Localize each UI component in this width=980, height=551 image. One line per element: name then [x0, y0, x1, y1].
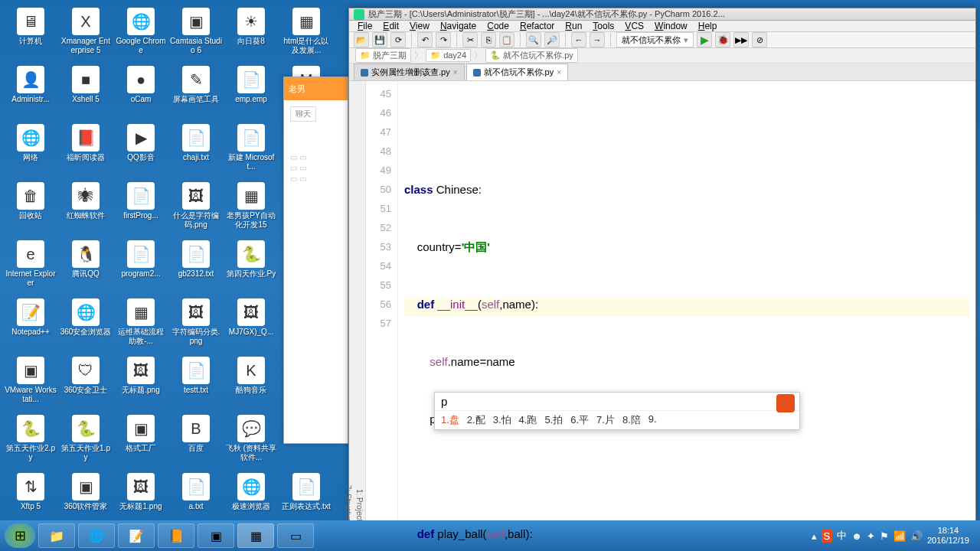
desktop-icon[interactable]: XXmanager Enterprise 5: [58, 6, 113, 64]
icon-label: gb2312.txt: [178, 269, 214, 279]
redo-icon[interactable]: ↷: [436, 32, 451, 47]
breadcrumb-item[interactable]: 📁 脱产三期: [355, 48, 411, 63]
ime-candidate[interactable]: 7.片: [596, 413, 615, 427]
ime-candidate[interactable]: 4.跑: [519, 413, 537, 427]
run-with-icon[interactable]: ▶▶: [733, 32, 749, 47]
desktop-icon[interactable]: 📄gb2312.txt: [168, 239, 224, 297]
desktop-icon[interactable]: ✎屏幕画笔工具: [168, 64, 224, 122]
menu-view[interactable]: View: [404, 21, 435, 31]
desktop-icon[interactable]: 🖼字符编码分类.png: [168, 297, 224, 355]
desktop-icon[interactable]: 🐍第五天作业2.py: [3, 413, 58, 471]
run-icon[interactable]: ▶: [697, 32, 712, 47]
copy-icon[interactable]: ⎘: [481, 32, 496, 47]
close-tab-icon[interactable]: ×: [557, 68, 561, 77]
desktop-icon[interactable]: 🖼无标题.png: [113, 355, 168, 413]
task-editor[interactable]: 📝: [118, 523, 155, 548]
editor-tab[interactable]: 就不信玩不累你.py×: [466, 64, 569, 80]
ime-candidate[interactable]: 8.陪: [622, 413, 641, 427]
structure-tool-tab[interactable]: 7: Structure: [342, 84, 354, 551]
ime-candidate[interactable]: 1.盘: [441, 413, 459, 427]
desktop-icon[interactable]: 🖼MJ7GX)_Q...: [224, 297, 279, 355]
desktop-icon[interactable]: K酷狗音乐: [224, 355, 279, 413]
desktop-icon[interactable]: ▦运维基础流程助教-...: [113, 297, 168, 355]
desktop-icon[interactable]: 📄firstProg...: [113, 181, 168, 239]
desktop-icon[interactable]: B百度: [168, 413, 224, 471]
desktop-icon[interactable]: 📄program2...: [113, 239, 168, 297]
desktop-icon[interactable]: 🐧腾讯QQ: [58, 239, 113, 297]
close-tab-icon[interactable]: ×: [453, 68, 458, 77]
ime-popup[interactable]: p 1.盘2.配3.怕4.跑5.拍6.平7.片8.陪9.: [434, 392, 800, 430]
desktop-icon[interactable]: ■Xshell 5: [58, 64, 113, 122]
desktop-icon[interactable]: 📕福昕阅读器: [58, 122, 113, 181]
desktop-icon[interactable]: 🖼什么是字符编码.png: [168, 181, 224, 239]
menu-vcs[interactable]: VCS: [619, 21, 649, 31]
desktop-icon[interactable]: ▣VMware Workstati...: [3, 355, 58, 413]
project-tool-tab[interactable]: 1: Project: [354, 84, 365, 551]
ime-candidate[interactable]: 3.怕: [493, 413, 511, 427]
forward-icon[interactable]: →: [590, 32, 605, 47]
task-pycharm[interactable]: ▦: [237, 523, 274, 548]
task-chrome[interactable]: 🌐: [78, 523, 115, 548]
desktop-icon[interactable]: ▣Camtasia Studio 6: [168, 6, 224, 64]
desktop-icon[interactable]: 👤Administr...: [3, 64, 58, 122]
run-config-select[interactable]: 就不信玩不累你 ▾: [616, 32, 694, 47]
desktop-icon[interactable]: ▶QQ影音: [113, 122, 168, 181]
menu-run[interactable]: Run: [560, 21, 587, 31]
ime-candidate[interactable]: 2.配: [467, 413, 485, 427]
find-icon[interactable]: 🔍: [526, 32, 541, 47]
debug-icon[interactable]: 🐞: [715, 32, 730, 47]
desktop-icon[interactable]: 🌐360安全浏览器: [58, 297, 113, 355]
menu-code[interactable]: Code: [482, 21, 514, 31]
desktop-icon[interactable]: 🖥计算机: [3, 6, 58, 64]
desktop-icon[interactable]: 💬飞秋 (资料共享软件...: [224, 413, 279, 471]
desktop-icon[interactable]: eInternet Explorer: [3, 239, 58, 297]
desktop-icon[interactable]: 🐍第四天作业.Py: [224, 239, 279, 297]
breadcrumb-item[interactable]: 🐍 就不信玩不累你.py: [485, 48, 578, 63]
desktop-icon[interactable]: 📄testt.txt: [168, 355, 224, 413]
menu-file[interactable]: File: [352, 21, 377, 31]
desktop-icon[interactable]: 🌐网络: [3, 122, 58, 181]
start-button[interactable]: ⊞: [5, 523, 35, 548]
ime-candidate[interactable]: 6.平: [570, 413, 589, 427]
bg-tab[interactable]: 聊天: [290, 106, 316, 122]
menu-refactor[interactable]: Refactor: [514, 21, 560, 31]
breadcrumb-item[interactable]: 📁 day24: [426, 49, 471, 62]
open-icon[interactable]: 📂: [354, 32, 369, 47]
undo-icon[interactable]: ↶: [417, 32, 433, 47]
menu-navigate[interactable]: Navigate: [435, 21, 482, 31]
desktop-icon[interactable]: 🌐Google Chrome: [113, 6, 168, 64]
desktop-icon[interactable]: 📄emp.emp: [224, 64, 279, 122]
desktop-icon[interactable]: 🐍第五天作业1.py: [58, 413, 113, 471]
desktop-icon[interactable]: 🗑回收站: [3, 181, 58, 239]
paste-icon[interactable]: 📋: [499, 32, 514, 47]
editor-tab[interactable]: 实例属性增删该查.py×: [354, 64, 465, 80]
sync-icon[interactable]: ⟳: [390, 32, 406, 47]
ime-candidate[interactable]: 5.拍: [544, 413, 563, 427]
task-other[interactable]: ▭: [277, 523, 314, 548]
save-icon[interactable]: 💾: [372, 32, 387, 47]
desktop-icon[interactable]: 🕷红蜘蛛软件: [58, 181, 113, 239]
desktop-icon[interactable]: 📄新建 Microsoft...: [224, 122, 279, 181]
desktop-icon[interactable]: ▦老男孩PY自动化开发15: [224, 181, 279, 239]
cut-icon[interactable]: ✂: [462, 32, 478, 47]
desktop-icon[interactable]: ▦html是什么以及发展...: [279, 6, 334, 64]
desktop-icon[interactable]: ☀向日葵8: [224, 6, 279, 64]
back-icon[interactable]: ←: [571, 32, 586, 47]
menu-tools[interactable]: Tools: [587, 21, 619, 31]
menu-help[interactable]: Help: [693, 21, 723, 31]
code-editor[interactable]: 45464748495051525354555657 class Chinese…: [366, 81, 975, 551]
task-explorer[interactable]: 📁: [38, 523, 75, 548]
replace-icon[interactable]: 🔎: [544, 32, 560, 47]
task-powerpoint[interactable]: 📙: [158, 523, 194, 548]
stop-icon[interactable]: ⊘: [752, 32, 767, 47]
desktop-icon[interactable]: ▣格式工厂: [113, 413, 168, 471]
desktop-icon[interactable]: 🛡360安全卫士: [58, 355, 113, 413]
menu-window[interactable]: Window: [649, 21, 693, 31]
menu-edit[interactable]: Edit: [377, 21, 404, 31]
desktop-icon[interactable]: 📄chaji.txt: [168, 122, 224, 181]
ime-candidate[interactable]: 9.: [648, 413, 657, 427]
title-bar[interactable]: 脱产三期 - [C:\Users\Administrator\脱产三期] - .…: [349, 8, 975, 21]
desktop-icon[interactable]: 📝Notepad++: [3, 297, 58, 355]
desktop-icon[interactable]: ●oCam: [113, 64, 168, 122]
task-utility[interactable]: ▣: [198, 523, 234, 548]
